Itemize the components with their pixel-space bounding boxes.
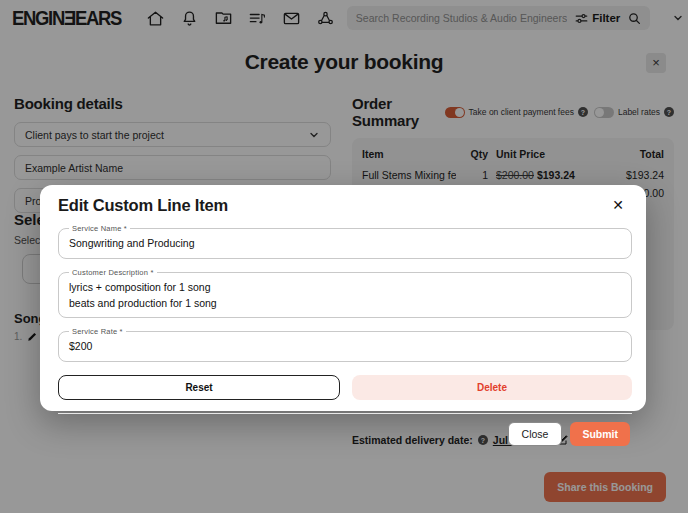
engineears-booking-page: ENGINƎEARS Search Recording Studios & Au… [0,0,688,513]
customer-description-value[interactable]: lyrics + composition for 1 song beats an… [69,280,621,312]
service-name-field[interactable]: Service Name * Songwriting and Producing [58,228,632,259]
service-rate-field[interactable]: Service Rate * $200 [58,331,632,362]
reset-button[interactable]: Reset [58,375,340,400]
submit-button[interactable]: Submit [570,422,630,446]
customer-description-field[interactable]: Customer Description * lyrics + composit… [58,272,632,319]
modal-close-icon[interactable]: ✕ [610,196,626,214]
service-rate-label: Service Rate * [69,327,126,336]
service-name-value[interactable]: Songwriting and Producing [69,236,621,252]
service-name-label: Service Name * [69,224,130,233]
modal-title: Edit Custom Line Item [58,196,228,215]
customer-description-label: Customer Description * [69,268,157,277]
close-button[interactable]: Close [508,422,563,446]
delete-button[interactable]: Delete [352,375,632,400]
service-rate-value[interactable]: $200 [69,339,621,355]
edit-custom-line-item-modal: Edit Custom Line Item ✕ Service Name * S… [40,185,646,411]
